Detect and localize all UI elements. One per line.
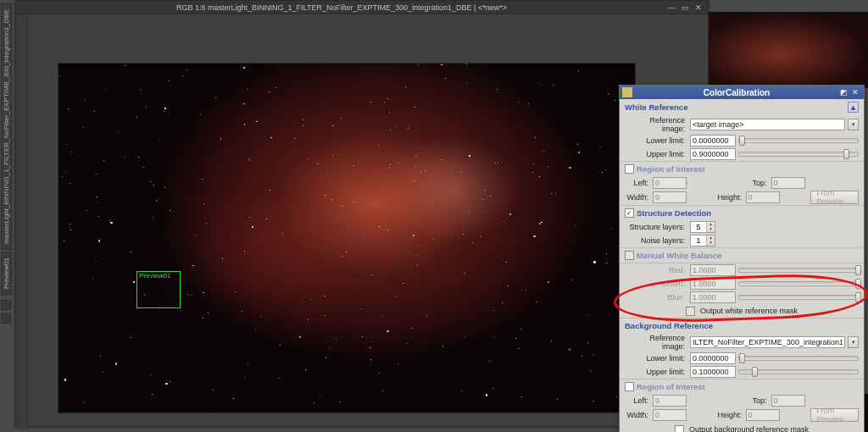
image-window-titlebar: RGB 1:6 masterLight_BINNING_1_FILTER_NoF… [16,1,708,14]
section-background-reference[interactable]: Background Reference [620,318,864,333]
section-structure-detection-label: Structure Detection [637,208,711,218]
white-lower-label: Lower limit: [625,136,687,145]
section-white-reference[interactable]: White Reference ▴ [620,99,864,115]
structure-layers-spin[interactable]: ▲▼ [690,221,715,233]
image-window: RGB 1:6 masterLight_BINNING_1_FILTER_NoF… [15,0,709,427]
roi2-width-input[interactable] [653,409,687,421]
manual-wb-blue-label: Blue: [625,293,687,302]
structure-layers-label: Structure layers: [625,223,687,231]
window-maximize-button[interactable]: ▭ [679,3,691,13]
white-ref-image-select[interactable] [690,119,845,130]
output-bg-ref-checkbox[interactable] [675,425,684,433]
roi2-top-label: Top: [743,396,769,405]
manual-wb-red-label: Red: [625,266,687,274]
roi1-width-input[interactable] [653,191,687,203]
image-canvas[interactable]: Preview01 [28,14,708,426]
output-white-ref-label: Output white reference mask [700,307,798,315]
roi1-height-input[interactable] [746,191,780,203]
bg-ref-image-label: Reference image: [625,334,687,351]
window-minimize-button[interactable]: — [665,3,677,13]
manual-wb-enable-checkbox[interactable] [625,251,634,260]
section-structure-detection[interactable]: ✓ Structure Detection [620,205,864,220]
section-roi1[interactable]: Region of Interest [620,161,864,176]
nebula-image [58,64,635,413]
dock-tab-main[interactable]: masterLight_BINNING_1_FILTER_NoFilter_EX… [1,3,12,250]
bg-upper-slider[interactable] [738,369,859,374]
roi2-enable-checkbox[interactable] [625,382,634,391]
roi2-from-preview-button[interactable]: From Preview [810,408,859,422]
bg-lower-label: Lower limit: [625,354,687,363]
tool-title: ColorCalibration [636,88,837,97]
noise-layers-spin[interactable]: ▲▼ [690,235,715,246]
manual-wb-red-input[interactable] [690,264,736,276]
roi1-left-input[interactable] [653,177,687,189]
dock-mini-1[interactable] [1,300,11,310]
roi2-top-input[interactable] [771,395,805,407]
preview-region-label: Preview01 [139,272,170,280]
section-manual-wb[interactable]: Manual White Balance [620,247,864,263]
white-ref-image-dropdown-icon[interactable]: ▾ [848,119,859,130]
roi1-height-label: Height: [718,193,743,202]
image-window-side-tab[interactable] [16,14,28,428]
bg-upper-label: Upper limit: [625,368,687,376]
roi2-height-input[interactable] [746,409,780,421]
tool-dock-button[interactable]: ◩ [837,87,849,97]
white-upper-slider[interactable] [738,152,859,157]
manual-wb-red-slider[interactable] [738,268,859,273]
white-lower-slider[interactable] [738,138,859,143]
section-manual-wb-label: Manual White Balance [637,251,721,260]
bg-ref-image-select[interactable] [690,336,845,348]
output-bg-ref-label: Output background reference mask [689,425,809,432]
section-background-reference-label: Background Reference [625,321,713,330]
white-upper-label: Upper limit: [625,150,687,158]
window-close-button[interactable]: ✕ [693,3,704,13]
bg-ref-image-dropdown-icon[interactable]: ▾ [848,336,859,348]
roi1-width-label: Width: [625,193,650,202]
manual-wb-blue-slider[interactable] [738,295,859,300]
roi2-width-label: Width: [625,411,650,419]
section-white-collapse-icon[interactable]: ▴ [848,102,859,113]
noise-layers-label: Noise layers: [625,236,687,245]
roi1-top-input[interactable] [771,177,805,189]
roi1-enable-checkbox[interactable] [625,164,634,174]
preview-region[interactable]: Preview01 [136,271,181,308]
tool-close-button[interactable]: ✕ [849,87,861,97]
roi2-height-label: Height: [718,411,743,419]
roi1-top-label: Top: [743,179,769,187]
tool-icon [622,87,632,97]
thumbnail-peek-top [709,12,868,88]
struct-enable-checkbox[interactable]: ✓ [625,208,634,218]
dock-mini-2[interactable] [1,313,11,324]
section-roi2[interactable]: Region of Interest [620,379,864,394]
dock-tab-preview[interactable]: Preview01 [1,252,12,295]
white-ref-image-label: Reference image: [625,116,687,133]
image-window-title: RGB 1:6 masterLight_BINNING_1_FILTER_NoF… [19,3,664,12]
section-roi2-label: Region of Interest [637,382,705,391]
section-roi1-label: Region of Interest [637,164,705,174]
roi2-left-label: Left: [625,396,650,405]
roi1-from-preview-button[interactable]: From Preview [810,191,859,204]
section-white-reference-label: White Reference [625,102,687,112]
tool-titlebar: ColorCalibration ◩ ✕ [620,86,864,99]
bg-lower-input[interactable] [690,352,736,364]
roi1-left-label: Left: [625,179,650,187]
roi2-left-input[interactable] [653,395,687,407]
manual-wb-green-slider[interactable] [738,281,859,286]
manual-wb-blue-input[interactable] [690,291,736,303]
color-calibration-window: ColorCalibration ◩ ✕ White Reference ▴ R… [619,85,865,432]
bg-upper-input[interactable] [690,366,736,378]
bg-lower-slider[interactable] [738,356,859,361]
white-lower-input[interactable] [690,135,736,147]
manual-wb-green-label: Green: [625,280,687,288]
manual-wb-green-input[interactable] [690,278,736,290]
white-upper-input[interactable] [690,148,736,160]
output-white-ref-checkbox[interactable] [686,307,695,316]
